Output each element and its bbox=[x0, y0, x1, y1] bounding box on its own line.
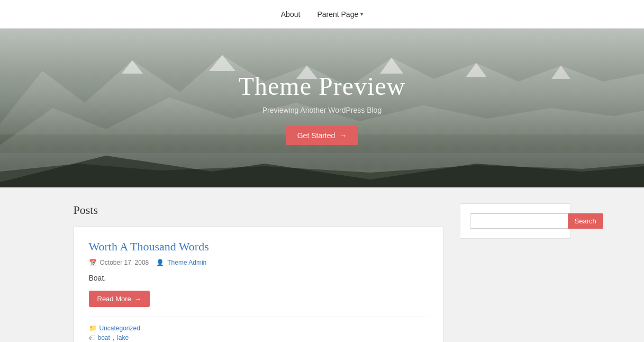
hero-cta-label: Get Started bbox=[297, 131, 335, 140]
hero-subtitle: Previewing Another WordPress Blog bbox=[239, 106, 406, 114]
tag-icon: 🏷 bbox=[89, 334, 95, 341]
nav-item-about[interactable]: About bbox=[281, 10, 301, 19]
nav-item-parent-page[interactable]: Parent Page ▾ bbox=[317, 10, 363, 19]
post-category-link[interactable]: Uncategorized bbox=[99, 325, 140, 332]
posts-heading: Posts bbox=[74, 203, 444, 217]
post-card: Worth A Thousand Words 📅 October 17, 200… bbox=[74, 227, 444, 342]
post-footer: 📁 Uncategorized 🏷 boat, lake bbox=[89, 317, 429, 341]
post-meta: 📅 October 17, 2008 👤 Theme Admin bbox=[89, 259, 429, 266]
post-tag-lake[interactable]: lake bbox=[117, 334, 129, 341]
parent-page-link[interactable]: Parent Page bbox=[317, 10, 358, 19]
read-more-label: Read More bbox=[97, 295, 131, 303]
main-content: Posts Worth A Thousand Words 📅 October 1… bbox=[63, 187, 582, 342]
main-nav: About Parent Page ▾ bbox=[0, 0, 644, 29]
post-category-line: 📁 Uncategorized bbox=[89, 325, 429, 332]
post-date: October 17, 2008 bbox=[100, 259, 149, 266]
sidebar: Search bbox=[460, 203, 571, 239]
read-more-arrow: → bbox=[134, 295, 141, 303]
hero-cta-arrow: → bbox=[339, 131, 347, 140]
search-button[interactable]: Search bbox=[568, 213, 603, 229]
post-author-link[interactable]: Theme Admin bbox=[167, 259, 206, 266]
post-title-link[interactable]: Worth A Thousand Words bbox=[89, 240, 429, 254]
post-excerpt: Boat. bbox=[89, 274, 429, 282]
hero-title: Theme Preview bbox=[239, 71, 406, 101]
search-form: Search bbox=[470, 213, 561, 229]
search-input[interactable] bbox=[470, 213, 568, 229]
calendar-icon: 📅 bbox=[89, 259, 97, 266]
posts-section: Posts Worth A Thousand Words 📅 October 1… bbox=[74, 203, 444, 342]
author-icon: 👤 bbox=[156, 259, 164, 266]
hero-cta-button[interactable]: Get Started → bbox=[286, 126, 359, 145]
dropdown-arrow-icon: ▾ bbox=[360, 11, 363, 17]
folder-icon: 📁 bbox=[89, 325, 97, 332]
post-tag-boat[interactable]: boat bbox=[98, 334, 110, 341]
search-widget: Search bbox=[460, 203, 571, 239]
post-tags-line: 🏷 boat, lake bbox=[89, 334, 429, 341]
hero-section: Theme Preview Previewing Another WordPre… bbox=[0, 29, 644, 187]
read-more-button[interactable]: Read More → bbox=[89, 291, 150, 307]
hero-content: Theme Preview Previewing Another WordPre… bbox=[239, 71, 406, 145]
